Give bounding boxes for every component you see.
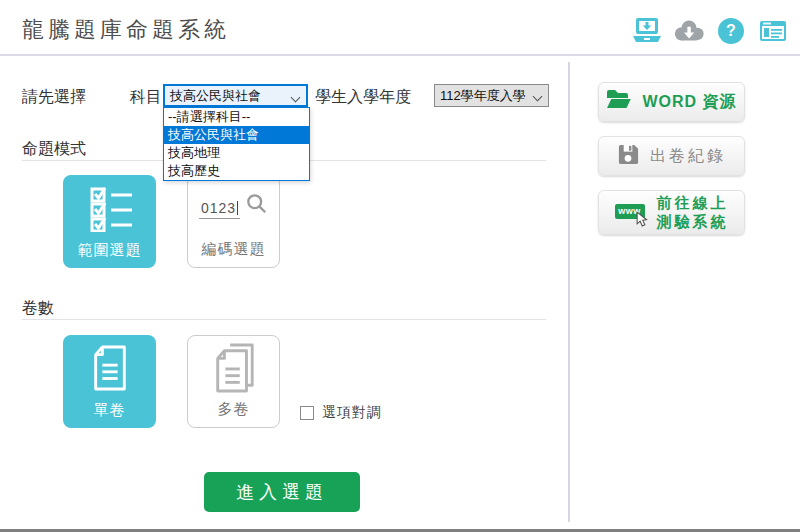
swap-options-label: 選項對調: [322, 404, 382, 422]
subject-option-placeholder[interactable]: --請選擇科目--: [164, 108, 309, 126]
copies-section-divider: [22, 319, 546, 320]
range-select-label: 範圍選題: [78, 241, 142, 260]
single-paper-button[interactable]: 單卷: [63, 335, 156, 428]
range-select-button[interactable]: 範圍選題: [63, 175, 156, 268]
swap-options-checkbox[interactable]: [300, 406, 314, 420]
mode-section-title: 命題模式: [22, 139, 86, 160]
word-resource-label: WORD 資源: [642, 92, 736, 113]
subject-dropdown-list: --請選擇科目-- 技高公民與社會 技高地理 技高歷史: [163, 107, 310, 181]
multi-paper-label: 多卷: [218, 400, 250, 419]
search-icon: [246, 193, 268, 219]
cloud-download-icon[interactable]: [672, 16, 706, 46]
chevron-down-icon: [292, 94, 300, 102]
multi-document-icon: [211, 336, 257, 400]
single-paper-label: 單卷: [94, 401, 126, 420]
folder-icon: [606, 89, 632, 115]
copies-section-title: 卷數: [22, 298, 54, 319]
help-glyph: ?: [726, 22, 736, 40]
code-input-value: 0123: [201, 200, 236, 216]
swap-options-control[interactable]: 選項對調: [300, 404, 382, 422]
page-title: 龍騰題庫命題系統: [22, 15, 230, 45]
exam-records-icon[interactable]: [756, 16, 790, 46]
subject-option-civics[interactable]: 技高公民與社會: [164, 126, 309, 144]
floppy-disk-icon: [617, 143, 640, 170]
code-search-area: 0123: [199, 176, 268, 240]
online-test-button[interactable]: www 前往線上 測驗系統: [598, 190, 745, 235]
code-search-input[interactable]: 0123: [199, 200, 240, 219]
multi-paper-button[interactable]: 多卷: [187, 335, 280, 428]
exam-record-button[interactable]: 出卷紀錄: [598, 136, 745, 176]
checklist-icon: [84, 175, 136, 241]
subject-select[interactable]: 技高公民與社會: [163, 84, 308, 107]
code-select-button[interactable]: 0123 編碼選題: [187, 175, 280, 268]
subject-label: 科目: [130, 87, 162, 108]
year-label: 學生入學年度: [315, 87, 411, 108]
help-icon[interactable]: ?: [714, 16, 748, 46]
year-select[interactable]: 112學年度入學: [434, 84, 549, 107]
header-icon-bar: ?: [630, 16, 790, 46]
laptop-download-icon[interactable]: [630, 16, 664, 46]
code-select-label: 編碼選題: [202, 240, 266, 259]
exam-record-label: 出卷紀錄: [650, 146, 726, 167]
enter-selection-button[interactable]: 進入選題: [204, 472, 360, 512]
online-test-label-line2: 測驗系統: [657, 213, 729, 232]
header: 龍騰題庫命題系統 ?: [0, 0, 800, 56]
single-document-icon: [89, 335, 131, 401]
online-test-label: 前往線上 測驗系統: [657, 194, 729, 232]
subject-option-history[interactable]: 技高歷史: [164, 162, 309, 180]
filter-prompt: 請先選擇: [22, 87, 86, 108]
www-browser-icon: www: [615, 202, 647, 224]
year-select-value: 112學年度入學: [440, 87, 526, 105]
vertical-divider: [568, 62, 570, 522]
subject-option-geography[interactable]: 技高地理: [164, 144, 309, 162]
chevron-down-icon: [534, 93, 542, 101]
word-resource-button[interactable]: WORD 資源: [598, 82, 745, 122]
subject-select-value: 技高公民與社會: [170, 87, 261, 105]
text-caret: [237, 201, 238, 215]
online-test-label-line1: 前往線上: [657, 194, 729, 213]
